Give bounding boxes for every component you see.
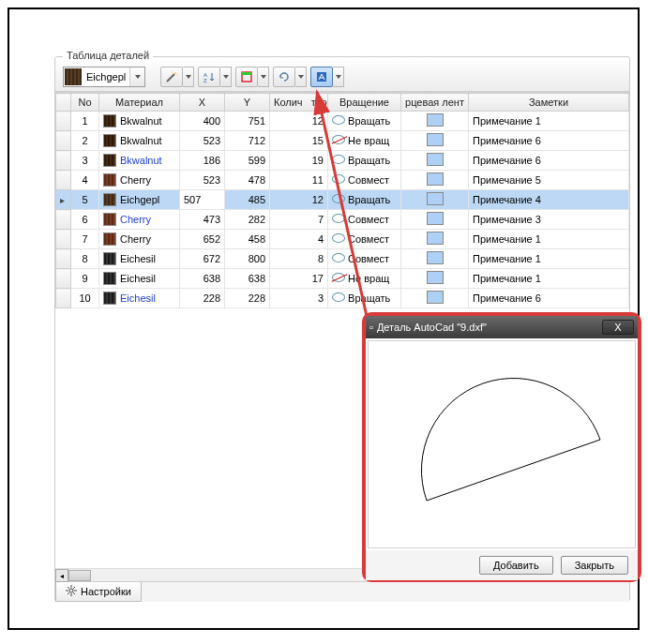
cell-note[interactable]: Примечание 6 (469, 289, 629, 308)
cell-no[interactable]: 7 (71, 230, 99, 249)
cell-y[interactable]: 751 (225, 112, 270, 131)
chevron-down-icon[interactable] (333, 67, 344, 87)
autocad-preview-button[interactable] (310, 67, 333, 87)
cell-y[interactable]: 712 (225, 131, 270, 151)
cell-edge[interactable] (401, 210, 469, 230)
cell-y[interactable]: 228 (225, 289, 270, 308)
sort-button[interactable]: AZ (198, 67, 220, 87)
cell-x[interactable]: 473 (180, 210, 225, 230)
row-header-corner (56, 94, 71, 112)
edge-swatch-icon (427, 153, 444, 166)
cell-note[interactable]: Примечание 5 (469, 171, 629, 190)
material-name: Bkwalnut (120, 115, 162, 127)
cell-edge[interactable] (401, 289, 469, 308)
cell-note[interactable]: Примечание 1 (469, 230, 629, 249)
col-edge[interactable]: рцевая лент (401, 94, 469, 112)
cell-material[interactable]: Cherry (99, 230, 180, 249)
color-rect-button[interactable] (235, 67, 258, 87)
cell-material[interactable]: Eichgepl (99, 190, 180, 210)
chevron-down-icon[interactable] (220, 67, 232, 87)
cell-material[interactable]: Bkwalnut (99, 151, 180, 171)
cell-x[interactable]: 638 (180, 269, 225, 289)
material-selector[interactable]: Eichgepl (63, 67, 145, 87)
material-name: Cherry (120, 214, 151, 225)
cell-material[interactable]: Cherry (99, 210, 180, 230)
col-x[interactable]: X (180, 94, 225, 112)
cell-x[interactable]: 523 (180, 131, 225, 151)
close-button[interactable]: X (602, 320, 634, 335)
chevron-down-icon[interactable] (183, 67, 194, 87)
svg-line-16 (68, 592, 69, 594)
cell-x[interactable]: 672 (180, 249, 225, 269)
cell-no[interactable]: 2 (71, 131, 99, 151)
dialog-preview (368, 340, 636, 548)
cell-no[interactable]: 1 (71, 112, 99, 131)
cell-no[interactable]: 6 (71, 210, 99, 230)
cell-material[interactable]: Cherry (99, 171, 180, 190)
cell-no[interactable]: 9 (71, 269, 99, 289)
cell-material[interactable]: Bkwalnut (99, 112, 180, 131)
cell-note[interactable]: Примечание 3 (469, 210, 629, 230)
cell-x[interactable]: 652 (180, 230, 225, 249)
cell-note[interactable]: Примечание 1 (469, 112, 629, 131)
cell-edge[interactable] (401, 151, 469, 171)
col-y[interactable]: Y (225, 94, 270, 112)
cell-no[interactable]: 3 (71, 151, 99, 171)
cell-edge[interactable] (401, 171, 469, 190)
edge-swatch-icon (427, 113, 444, 127)
add-button[interactable]: Добавить (479, 556, 553, 575)
scroll-left-button[interactable]: ◂ (55, 569, 68, 582)
cell-edge[interactable] (401, 131, 469, 151)
cell-edge[interactable] (401, 190, 469, 210)
cell-note[interactable]: Примечание 1 (469, 249, 629, 269)
cell-no[interactable]: 4 (71, 171, 99, 190)
cell-y[interactable]: 282 (225, 210, 270, 230)
cell-material[interactable]: Bkwalnut (99, 131, 180, 151)
edge-swatch-icon (427, 291, 444, 304)
cell-note[interactable]: Примечание 6 (469, 151, 629, 171)
scroll-thumb[interactable] (68, 570, 91, 581)
cell-x[interactable]: 507 (180, 190, 225, 210)
row-marker: ▸ (56, 190, 71, 210)
gear-icon (66, 585, 77, 598)
cell-y[interactable]: 458 (225, 230, 270, 249)
cell-note[interactable]: Примечание 4 (469, 190, 629, 210)
cell-y[interactable]: 599 (225, 151, 270, 171)
cell-no[interactable]: 8 (71, 249, 99, 269)
svg-point-0 (174, 72, 176, 74)
col-material[interactable]: Материал (99, 94, 180, 112)
col-notes[interactable]: Заметки (469, 94, 629, 112)
material-selector-label: Eichgepl (83, 71, 129, 82)
cell-material[interactable]: Eichesil (99, 269, 180, 289)
cell-no[interactable]: 5 (71, 190, 99, 210)
svg-line-17 (317, 92, 368, 321)
chevron-down-icon[interactable] (295, 67, 307, 87)
cell-note[interactable]: Примечание 6 (469, 131, 629, 151)
cell-note[interactable]: Примечание 1 (469, 269, 629, 289)
cell-no[interactable]: 10 (71, 289, 99, 308)
cell-x[interactable]: 186 (180, 151, 225, 171)
col-no[interactable]: No (71, 94, 99, 112)
cell-material[interactable]: Eichesil (99, 249, 180, 269)
cell-edge[interactable] (401, 112, 469, 131)
cell-edge[interactable] (401, 269, 469, 289)
cell-y[interactable]: 485 (225, 190, 270, 210)
cell-x[interactable]: 400 (180, 112, 225, 131)
cell-edge[interactable] (401, 249, 469, 269)
cell-y[interactable]: 478 (225, 171, 270, 190)
material-swatch-icon (103, 252, 116, 265)
chevron-down-icon[interactable] (129, 67, 144, 86)
chevron-down-icon[interactable] (258, 67, 269, 87)
rotate-button[interactable] (273, 67, 295, 87)
edge-swatch-icon (427, 251, 444, 264)
cell-edge[interactable] (401, 230, 469, 249)
cell-x[interactable]: 523 (180, 171, 225, 190)
tab-settings[interactable]: Настройки (55, 582, 142, 602)
cell-material[interactable]: Eichesil (99, 289, 180, 308)
cell-y[interactable]: 638 (225, 269, 270, 289)
cell-y[interactable]: 800 (225, 249, 270, 269)
cell-x[interactable]: 228 (180, 289, 225, 308)
dialog-titlebar[interactable]: ▫ Деталь AutoCad "9.dxf" X (366, 316, 638, 338)
close-dialog-button[interactable]: Закрыть (561, 556, 628, 575)
magic-wand-button[interactable] (160, 67, 183, 87)
